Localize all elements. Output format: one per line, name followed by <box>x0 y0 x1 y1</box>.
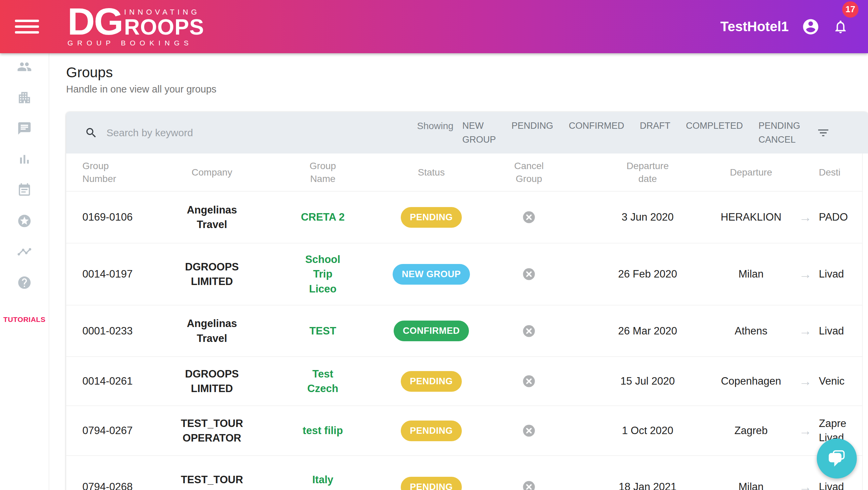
main-content: Groups Handle in one view all your group… <box>49 53 868 490</box>
group-name-link[interactable]: Italy Coscritti <box>256 472 390 490</box>
table-row[interactable]: 0001-0233 Angelinas Travel TEST CONFIRME… <box>66 305 868 357</box>
col-company: Company <box>168 166 256 179</box>
status-filters: NEW GROUP PENDING CONFIRMED DRAFT COMPLE… <box>462 119 800 146</box>
table-header-row: Group Number Company Group Name Status C… <box>66 154 868 191</box>
filter-new-group[interactable]: NEW GROUP <box>462 119 496 146</box>
group-number-cell: 0014-0197 <box>66 268 168 280</box>
company-cell: TEST_TOUR OPERATOR <box>168 472 256 490</box>
hamburger-menu-icon[interactable] <box>15 20 39 34</box>
status-badge: NEW GROUP <box>393 264 470 285</box>
route-arrow-icon: → <box>792 210 819 225</box>
cancel-group-button[interactable] <box>522 210 536 224</box>
col-group-number: Group Number <box>66 160 168 185</box>
col-destination: Desti <box>819 166 868 179</box>
group-name-link[interactable]: CRETA 2 <box>256 210 390 224</box>
table-row[interactable]: 0794-0267 TEST_TOUR OPERATOR test filip … <box>66 406 868 456</box>
chat-icon[interactable] <box>17 121 32 136</box>
departure-date-cell: 3 Jun 2020 <box>585 211 710 223</box>
departure-date-cell: 26 Feb 2020 <box>585 268 710 280</box>
table-row[interactable]: 0169-0106 Angelinas Travel CRETA 2 PENDI… <box>66 191 868 243</box>
destination-cell: Livad <box>819 480 868 490</box>
tutorials-link[interactable]: TUTORIALS <box>3 315 45 324</box>
calendar-icon[interactable] <box>17 183 32 198</box>
sidebar: TUTORIALS <box>0 53 49 490</box>
departure-cell: Zagreb <box>710 425 792 437</box>
bar-chart-icon[interactable] <box>17 152 32 167</box>
filter-completed[interactable]: COMPLETED <box>686 119 743 133</box>
departure-cell: HERAKLION <box>710 211 792 223</box>
filter-confirmed[interactable]: CONFIRMED <box>569 119 624 133</box>
destination-cell: PADO <box>819 210 868 224</box>
page-subtitle: Handle in one view all your groups <box>66 83 868 96</box>
notification-count-badge: 17 <box>842 1 859 18</box>
departure-date-cell: 26 Mar 2020 <box>585 325 710 337</box>
help-icon[interactable] <box>17 275 32 290</box>
destination-cell: Livad <box>819 267 868 281</box>
notifications-bell-icon[interactable]: 17 <box>833 19 848 35</box>
company-cell: Angelinas Travel <box>168 316 256 346</box>
group-number-cell: 0169-0106 <box>66 211 168 223</box>
group-number-cell: 0794-0267 <box>66 425 168 437</box>
groups-table-card: Showing NEW GROUP PENDING CONFIRMED DRAF… <box>66 112 868 490</box>
group-name-link[interactable]: test filip <box>256 423 390 438</box>
table-row[interactable]: 0014-0261 DGROOPS LIMITED Test Czech PEN… <box>66 357 868 406</box>
chat-bubbles-icon <box>827 448 847 469</box>
cancel-group-button[interactable] <box>522 480 536 490</box>
col-cancel-group: Cancel Group <box>473 160 585 185</box>
table-scrollbar-track[interactable] <box>862 154 868 490</box>
group-name-link[interactable]: Test Czech <box>256 367 390 396</box>
star-icon[interactable] <box>17 213 32 228</box>
group-name-link[interactable]: School Trip Liceo <box>256 252 390 296</box>
building-icon[interactable] <box>17 90 32 105</box>
chat-fab-button[interactable] <box>817 438 857 478</box>
company-cell: Angelinas Travel <box>168 203 256 232</box>
col-group-name: Group Name <box>256 160 390 185</box>
route-arrow-icon: → <box>792 324 819 338</box>
group-number-cell: 0014-0261 <box>66 375 168 387</box>
search-icon <box>85 126 98 139</box>
status-badge: PENDING <box>401 421 462 441</box>
col-departure-date: Departure date <box>585 160 710 185</box>
departure-cell: Athens <box>710 325 792 337</box>
route-arrow-icon: → <box>792 374 819 389</box>
page-title: Groups <box>66 64 868 81</box>
dgroops-logo: DG INNOVATING ROOPS GROUP BOOKINGS <box>67 6 204 47</box>
cancel-group-button[interactable] <box>522 324 536 338</box>
group-number-cell: 0001-0233 <box>66 325 168 337</box>
timeline-icon[interactable] <box>17 244 32 259</box>
departure-cell: Milan <box>710 268 792 280</box>
search-input[interactable] <box>106 127 417 139</box>
people-icon[interactable] <box>17 59 32 74</box>
col-status: Status <box>390 166 473 179</box>
logo-roops-text: ROOPS <box>124 17 204 37</box>
user-name[interactable]: TestHotel1 <box>720 19 789 34</box>
cancel-group-button[interactable] <box>522 374 536 388</box>
departure-date-cell: 18 Jan 2021 <box>585 481 710 490</box>
group-number-cell: 0794-0268 <box>66 481 168 490</box>
company-cell: DGROOPS LIMITED <box>168 260 256 289</box>
table-row[interactable]: 0794-0268 TEST_TOUR OPERATOR Italy Coscr… <box>66 456 868 490</box>
col-departure: Departure <box>710 166 792 179</box>
showing-label: Showing <box>417 119 453 133</box>
filter-draft[interactable]: DRAFT <box>640 119 670 133</box>
cancel-group-button[interactable] <box>522 267 536 281</box>
filter-list-icon[interactable] <box>816 126 830 140</box>
filter-pending-cancel[interactable]: PENDING CANCEL <box>758 119 800 146</box>
cancel-group-button[interactable] <box>522 424 536 438</box>
route-arrow-icon: → <box>792 480 819 490</box>
route-arrow-icon: → <box>792 267 819 282</box>
table-toolbar: Showing NEW GROUP PENDING CONFIRMED DRAF… <box>66 112 868 154</box>
company-cell: TEST_TOUR OPERATOR <box>168 416 256 446</box>
group-name-link[interactable]: TEST <box>256 324 390 338</box>
account-avatar-icon[interactable] <box>802 18 820 36</box>
route-arrow-icon: → <box>792 424 819 438</box>
filter-pending[interactable]: PENDING <box>511 119 553 133</box>
logo-dg-text: DG <box>67 6 122 37</box>
departure-cell: Milan <box>710 481 792 490</box>
destination-cell: Livad <box>819 324 868 338</box>
departure-date-cell: 15 Jul 2020 <box>585 375 710 387</box>
app-header: DG INNOVATING ROOPS GROUP BOOKINGS TestH… <box>0 0 868 53</box>
destination-cell: Venic <box>819 374 868 388</box>
departure-date-cell: 1 Oct 2020 <box>585 425 710 437</box>
table-row[interactable]: 0014-0197 DGROOPS LIMITED School Trip Li… <box>66 243 868 305</box>
